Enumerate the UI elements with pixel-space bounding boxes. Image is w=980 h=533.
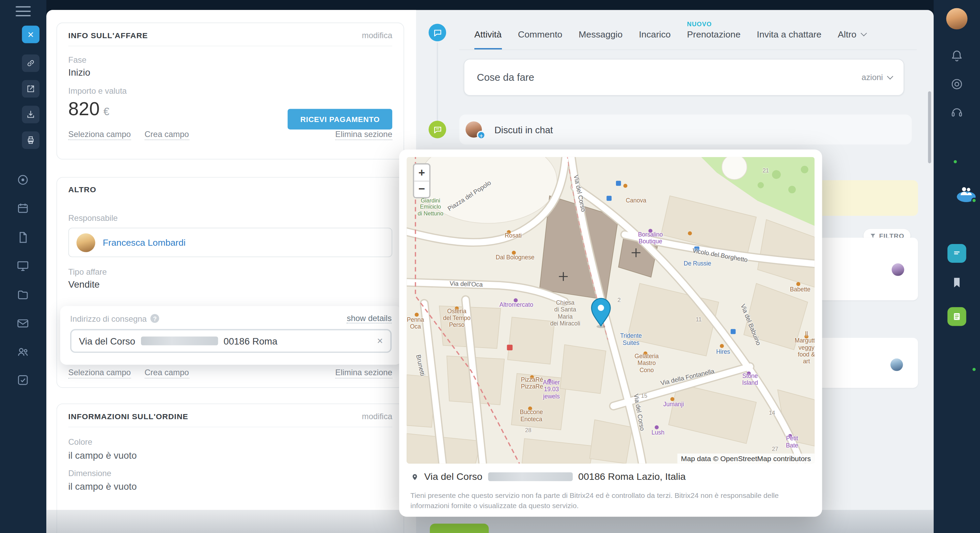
seleziona-campo-link[interactable]: Seleziona campo (68, 368, 131, 378)
responsabile-avatar (76, 233, 95, 252)
importo-value[interactable]: 820 (68, 98, 100, 119)
address-redacted (141, 337, 218, 346)
edit-section-link[interactable]: modifica (362, 412, 392, 421)
location-pin-icon (410, 472, 419, 481)
map-disclaimer: Tieni presente che questo servizio non f… (410, 490, 811, 511)
timeline-spine (437, 43, 438, 121)
tab-commento[interactable]: Commento (518, 19, 563, 49)
discuti-in-chat-label: Discuti in chat (495, 124, 553, 135)
zoom-in-button[interactable]: + (414, 164, 429, 181)
entry-author-avatar (891, 359, 903, 371)
export-icon[interactable] (22, 105, 40, 123)
slider-toolbar: × (22, 26, 40, 157)
currency: € (103, 105, 109, 118)
close-slider-button[interactable]: × (22, 26, 40, 43)
tab-altro[interactable]: Altro (838, 19, 865, 49)
timeline-tabs: AttivitàCommentoMessaggioIncaricoNUOVOPr… (459, 19, 917, 50)
notifications-bell-icon[interactable] (950, 49, 964, 65)
calendar-icon[interactable] (16, 201, 30, 215)
elimina-sezione-link[interactable]: Elimina sezione (335, 129, 392, 140)
new-badge: NUOVO (687, 21, 712, 28)
tab-messaggio[interactable]: Messaggio (579, 19, 622, 49)
crea-campo-link[interactable]: Crea campo (145, 129, 189, 140)
fase-value[interactable]: Inizio (68, 67, 392, 77)
news-feed-icon[interactable] (947, 307, 966, 326)
map-image (407, 157, 815, 463)
section-info-affare: INFO SULL'AFFARE modifica Fase Inizio Im… (57, 22, 404, 160)
chat-discussion-icon (429, 121, 446, 138)
colore-value[interactable]: il campo è vuoto (68, 450, 392, 460)
online-status-dot (952, 159, 958, 164)
bookmark-icon[interactable] (950, 276, 964, 292)
address-input[interactable]: Via del Corso 00186 Roma × (70, 329, 391, 353)
elimina-sezione-link[interactable]: Elimina sezione (335, 368, 392, 378)
ricevi-pagamento-button[interactable]: RICEVI PAGAMENTO (288, 109, 392, 129)
support-headset-icon[interactable] (950, 105, 964, 121)
group-chat-icon[interactable] (957, 191, 975, 202)
azioni-dropdown[interactable]: azioni (862, 73, 892, 82)
seleziona-campo-link[interactable]: Seleziona campo (68, 129, 131, 140)
activity-chat-icon (429, 24, 446, 41)
mail-icon[interactable] (16, 317, 30, 330)
online-status-dot (971, 198, 977, 203)
responsabile-name-link[interactable]: Francesca Lombardi (103, 238, 186, 247)
documents-icon[interactable] (16, 231, 30, 244)
save-button[interactable] (430, 523, 488, 533)
tasks-icon[interactable] (16, 373, 30, 387)
address-map-popup: Piazza del PopoloVia del CorsoVia dell'O… (399, 150, 822, 517)
help-icon[interactable]: ? (151, 314, 159, 323)
tab-prenotazione[interactable]: NUOVOPrenotazione (687, 19, 740, 49)
zoom-out-button[interactable]: − (414, 181, 429, 197)
section-title: INFORMAZIONI SULL'ORDINE (68, 412, 188, 421)
address-redacted (488, 472, 573, 481)
contacts-icon[interactable] (16, 345, 30, 359)
tipo-affare-value[interactable]: Vendite (68, 279, 392, 290)
section-altro: ALTRO Responsabile Francesca Lombardi Ti… (57, 177, 404, 388)
online-status-dot (971, 367, 977, 372)
print-icon[interactable] (22, 131, 40, 148)
indirizzo-label: Indirizzo di consegna (70, 314, 147, 323)
open-new-window-icon[interactable] (22, 80, 40, 97)
drive-icon[interactable] (16, 287, 30, 301)
dimensione-value[interactable]: il campo è vuoto (68, 481, 392, 492)
map-canvas[interactable]: Piazza del PopoloVia del CorsoVia dell'O… (407, 157, 815, 463)
copilot-icon[interactable] (16, 173, 30, 187)
discuti-in-chat-row[interactable]: + Discuti in chat (459, 115, 912, 145)
tab-incarico[interactable]: Incarico (639, 19, 670, 49)
responsabile-field[interactable]: Francesca Lombardi (68, 228, 392, 257)
crea-campo-link[interactable]: Crea campo (145, 368, 189, 378)
show-details-link[interactable]: show details (347, 314, 391, 323)
todo-placeholder: Cose da fare (477, 72, 534, 83)
map-address-prefix: Via del Corso (424, 471, 482, 482)
responsabile-label: Responsabile (68, 213, 392, 223)
map-address-suffix: 00186 Roma Lazio, Italia (578, 471, 686, 482)
tab-attivita[interactable]: Attività (474, 19, 501, 49)
address-text-prefix: Via del Corso (79, 336, 135, 346)
chevron-down-icon (861, 30, 867, 36)
chat-widget-icon[interactable] (947, 244, 966, 263)
indirizzo-di-consegna-field: Indirizzo di consegna ? show details Via… (60, 306, 402, 365)
edit-section-link[interactable]: modifica (362, 31, 392, 40)
deal-detail-column: INFO SULL'AFFARE modifica Fase Inizio Im… (46, 10, 416, 533)
user-avatar[interactable] (946, 8, 968, 29)
section-title: INFO SULL'AFFARE (68, 31, 148, 40)
desktop-icon[interactable] (16, 259, 30, 273)
map-address-line: Via del Corso 00186 Roma Lazio, Italia (410, 471, 686, 482)
messenger-rail (934, 0, 980, 533)
app-canvas: × INFO SULL'AFFARE modifica Fase Inizio … (0, 0, 980, 533)
clear-address-icon[interactable]: × (377, 336, 383, 346)
tab-invita-a-chattare[interactable]: Invita a chattare (757, 19, 822, 49)
timeline-scrollbar[interactable] (928, 91, 931, 163)
chevron-down-icon (887, 73, 893, 80)
entry-author-avatar (892, 263, 904, 276)
section-title: ALTRO (68, 185, 96, 194)
hamburger-menu-icon[interactable] (16, 6, 31, 16)
add-chat-icon: + (477, 131, 485, 140)
tipo-affare-label: Tipo affare (68, 267, 392, 277)
colore-label: Colore (68, 437, 392, 447)
todo-composer[interactable]: Cose da fare azioni (464, 59, 904, 96)
dimensione-label: Dimensione (68, 469, 392, 478)
map-zoom-control: + − (413, 163, 431, 198)
copy-link-icon[interactable] (22, 54, 40, 72)
recent-items-icon[interactable] (950, 78, 964, 93)
